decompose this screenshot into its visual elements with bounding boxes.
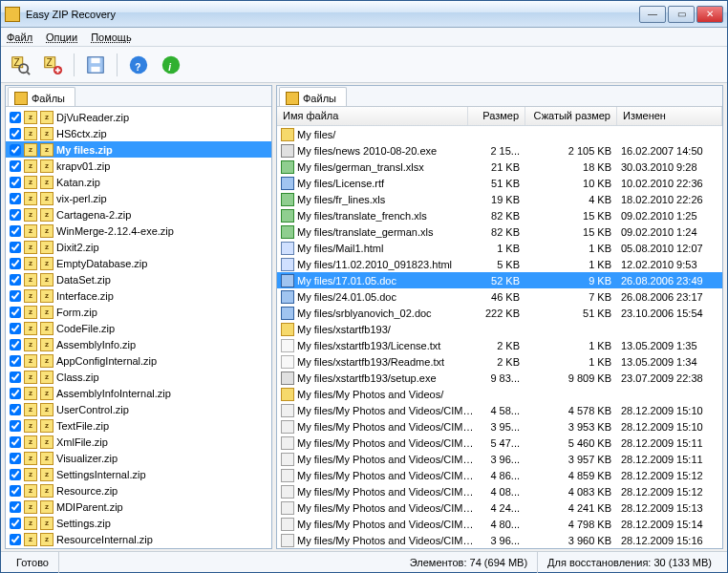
archive-checkbox[interactable]	[10, 323, 21, 334]
file-row[interactable]: My files/xstartfb193/Readme.txt2 KB1 KB1…	[277, 353, 722, 370]
tool-scan-zip-button[interactable]: Z	[7, 52, 33, 78]
archive-checkbox[interactable]	[10, 404, 21, 415]
file-row[interactable]: My files/My Photos and Videos/CIMG4581..…	[277, 483, 722, 499]
archive-row[interactable]: zzKatan.zip	[6, 174, 271, 190]
archive-checkbox[interactable]	[10, 274, 21, 286]
archive-row[interactable]: zzMDIParent.zip	[6, 499, 271, 515]
file-row[interactable]: My files/My Photos and Videos/CIMG4584..…	[277, 532, 722, 548]
archive-row[interactable]: zzEmptyDatabase.zip	[6, 255, 271, 271]
file-row[interactable]: My files/24.01.05.doc46 KB7 KB26.08.2006…	[277, 288, 722, 305]
file-row[interactable]: My files/My Photos and Videos/CIMG4583..…	[277, 516, 722, 532]
archive-row[interactable]: zzDjVuReader.zip	[6, 109, 271, 125]
col-modified[interactable]: Изменен	[617, 107, 722, 125]
archive-checkbox[interactable]	[10, 258, 21, 269]
archive-row[interactable]: zzHS6ctx.zip	[6, 125, 271, 141]
archive-checkbox[interactable]	[10, 290, 21, 302]
archive-row[interactable]: zzkrapv01.zip	[6, 158, 271, 174]
minimize-button[interactable]: —	[639, 6, 666, 23]
col-size[interactable]: Размер	[468, 107, 525, 125]
archive-row[interactable]: zzWinMerge-2.12.4-exe.zip	[6, 223, 271, 239]
archive-row[interactable]: zzResource.zip	[6, 482, 271, 499]
col-compressed-size[interactable]: Сжатый размер	[525, 107, 617, 125]
archive-checkbox[interactable]	[10, 518, 21, 529]
archive-row[interactable]: zzSettingsInternal.zip	[6, 466, 271, 482]
archive-checkbox[interactable]	[10, 469, 21, 480]
archive-row[interactable]: zzDataSet.zip	[6, 271, 271, 287]
archive-checkbox[interactable]	[10, 177, 21, 188]
archive-row[interactable]: zzCartagena-2.zip	[6, 206, 271, 223]
file-row[interactable]: My files/17.01.05.doc52 KB9 KB26.08.2006…	[277, 272, 722, 288]
archive-checkbox[interactable]	[10, 339, 21, 350]
file-row[interactable]: My files/fr_lines.xls19 KB4 KB18.02.2010…	[277, 191, 722, 207]
menu-help[interactable]: Помощь	[91, 32, 132, 43]
archive-row[interactable]: zzUserControl.zip	[6, 401, 271, 417]
archive-checkbox[interactable]	[10, 128, 21, 139]
archive-checkbox[interactable]	[10, 420, 21, 432]
maximize-button[interactable]: ▭	[668, 6, 695, 23]
file-row[interactable]: My files/My Photos and Videos/CIMG4577..…	[277, 418, 722, 435]
file-row[interactable]: My files/11.02.2010_091823.html5 KB1 KB1…	[277, 256, 722, 272]
archive-checkbox[interactable]	[10, 501, 21, 513]
archive-checkbox[interactable]	[10, 485, 21, 497]
archive-checkbox[interactable]	[10, 436, 21, 448]
archive-row[interactable]: zzSettings.zip	[6, 515, 271, 531]
archive-checkbox[interactable]	[10, 112, 21, 123]
archive-row[interactable]: zzForm.zip	[6, 547, 271, 548]
archive-row[interactable]: zzInterface.zip	[6, 287, 271, 304]
archive-checkbox[interactable]	[10, 534, 21, 545]
archive-checkbox[interactable]	[10, 209, 21, 221]
archive-row[interactable]: zzClass.zip	[6, 369, 271, 385]
archive-row[interactable]: zzAssemblyInfoInternal.zip	[6, 385, 271, 401]
file-row[interactable]: My files/License.rtf51 KB10 KB10.02.2010…	[277, 175, 722, 191]
menu-file[interactable]: Файл	[7, 32, 32, 43]
archive-row[interactable]: zzCodeFile.zip	[6, 320, 271, 336]
archive-checkbox[interactable]	[10, 453, 21, 464]
archive-row[interactable]: zzVisualizer.zip	[6, 450, 271, 466]
tool-add-zip-button[interactable]: Z	[39, 52, 66, 78]
tool-help-button[interactable]: ?	[125, 52, 152, 78]
titlebar[interactable]: Easy ZIP Recovery — ▭ ✕	[1, 1, 727, 28]
archive-row[interactable]: zzTextFile.zip	[6, 417, 271, 434]
close-button[interactable]: ✕	[696, 6, 723, 23]
tool-save-button[interactable]	[82, 52, 109, 78]
file-row[interactable]: My files/	[277, 126, 722, 142]
file-row[interactable]: My files/translate_german.xls82 KB15 KB0…	[277, 223, 722, 240]
tool-info-button[interactable]: i	[158, 52, 184, 78]
file-row[interactable]: My files/Mail1.html1 KB1 KB05.08.2010 12…	[277, 240, 722, 256]
archive-row[interactable]: zzDixit2.zip	[6, 239, 271, 255]
file-row[interactable]: My files/german_transl.xlsx21 KB18 KB30.…	[277, 159, 722, 175]
archive-checkbox[interactable]	[10, 144, 21, 156]
archive-row[interactable]: zzResourceInternal.zip	[6, 531, 271, 547]
file-row[interactable]: My files/news 2010-08-20.exe2 15...2 105…	[277, 142, 722, 159]
file-row[interactable]: My files/My Photos and Videos/CIMG4576..…	[277, 402, 722, 418]
archive-list[interactable]: zzDjVuReader.zipzzHS6ctx.zipzzMy files.z…	[6, 107, 271, 548]
archive-row[interactable]: zzAssemblyInfo.zip	[6, 336, 271, 352]
archive-row[interactable]: zzvix-perl.zip	[6, 190, 271, 206]
archive-row[interactable]: zzAppConfigInternal.zip	[6, 352, 271, 369]
file-grid[interactable]: My files/My files/news 2010-08-20.exe2 1…	[277, 126, 722, 548]
archive-checkbox[interactable]	[10, 242, 21, 253]
tab-files-left[interactable]: Файлы	[8, 87, 75, 106]
file-row[interactable]: My files/xstartfb193/	[277, 321, 722, 337]
archive-row[interactable]: zzMy files.zip	[6, 141, 271, 158]
archive-row[interactable]: zzXmlFile.zip	[6, 434, 271, 450]
archive-checkbox[interactable]	[10, 225, 21, 237]
file-row[interactable]: My files/My Photos and Videos/CIMG4579..…	[277, 451, 722, 467]
archive-checkbox[interactable]	[10, 388, 21, 399]
archive-checkbox[interactable]	[10, 307, 21, 318]
tab-files-right[interactable]: Файлы	[279, 87, 347, 106]
file-row[interactable]: My files/xstartfb193/License.txt2 KB1 KB…	[277, 337, 722, 353]
archive-checkbox[interactable]	[10, 160, 21, 172]
file-row[interactable]: My files/My Photos and Videos/CIMG4582..…	[277, 499, 722, 516]
archive-row[interactable]: zzForm.zip	[6, 304, 271, 320]
col-name[interactable]: Имя файла	[277, 107, 468, 125]
archive-checkbox[interactable]	[10, 355, 21, 367]
archive-checkbox[interactable]	[10, 371, 21, 383]
file-row[interactable]: My files/My Photos and Videos/CIMG4580..…	[277, 467, 722, 483]
file-row[interactable]: My files/xstartfb193/setup.exe9 83...9 8…	[277, 370, 722, 386]
file-row[interactable]: My files/My Photos and Videos/CIMG4578..…	[277, 435, 722, 451]
file-row[interactable]: My files/My Photos and Videos/	[277, 386, 722, 402]
archive-checkbox[interactable]	[10, 193, 21, 204]
file-row[interactable]: My files/translate_french.xls82 KB15 KB0…	[277, 207, 722, 223]
menu-options[interactable]: Опции	[46, 32, 77, 43]
